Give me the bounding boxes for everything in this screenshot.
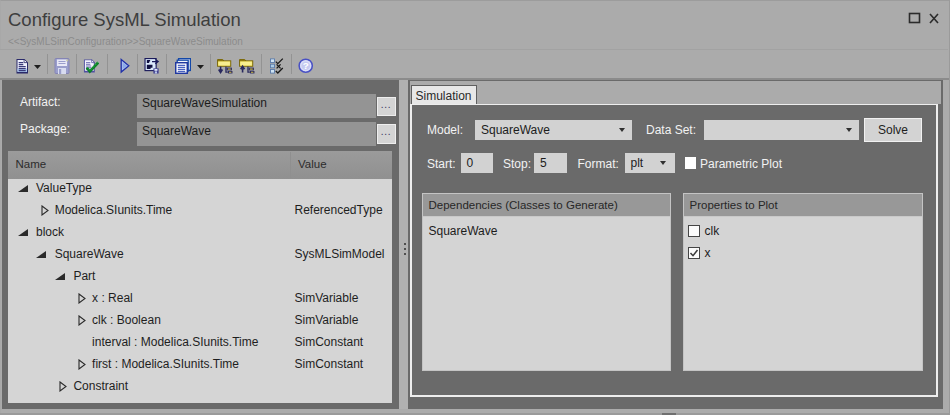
svg-text:?: ? xyxy=(302,60,308,71)
